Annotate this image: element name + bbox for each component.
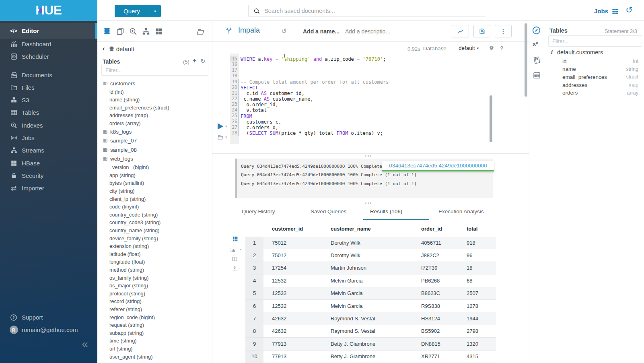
table-row[interactable]: 612532Melvin GarciaR9S8381278	[245, 300, 496, 312]
hue-logo[interactable]: HUE	[0, 0, 97, 21]
query-id-tooltip[interactable]: 034d413ec7474ed5:4249de1000000000	[382, 161, 494, 171]
column-item[interactable]: referer (string)	[97, 305, 212, 314]
undo-icon[interactable]: ↺	[281, 27, 287, 35]
column-item[interactable]: os_major (string)	[97, 282, 212, 290]
documents-source-icon[interactable]	[116, 27, 125, 36]
column-item[interactable]: country_name (string)	[97, 227, 212, 235]
search-input[interactable]	[264, 8, 485, 14]
column-item[interactable]: latitude (float)	[97, 250, 212, 258]
table-row[interactable]: 742632Raymond S. VestalHS31241944	[245, 312, 496, 325]
table-item[interactable]: sample_07	[97, 136, 212, 145]
column-item[interactable]: time (string)	[97, 337, 212, 345]
sidebar-item-streams[interactable]: Streams	[0, 144, 97, 157]
add-table-icon[interactable]: +	[193, 57, 196, 64]
table-row[interactable]: 412532Melvin GarciaPB626868	[245, 274, 496, 287]
column-item[interactable]: user_agent (string)	[97, 353, 212, 361]
sidebar-collapse-button[interactable]: «	[78, 338, 92, 353]
sidebar-item-s3[interactable]: S3	[0, 94, 97, 106]
grid-view-icon[interactable]	[232, 236, 238, 242]
history-icon[interactable]: ↺	[624, 5, 634, 16]
column-item[interactable]: city (string)	[97, 187, 212, 195]
sidebar-item-tables[interactable]: Tables	[0, 106, 97, 119]
column-item[interactable]: client_ip (string)	[97, 195, 212, 203]
sidebar-item-dashboard[interactable]: Dashboard	[0, 38, 97, 50]
column-item[interactable]: protocol (string)	[97, 290, 212, 298]
column-item[interactable]: subapp (string)	[97, 329, 212, 337]
assist-db-breadcrumb[interactable]: ‹ default	[103, 44, 134, 54]
table-row[interactable]: 512532Melvin GarciaB8623C2507	[245, 287, 496, 300]
active-table-row[interactable]: i default.customers	[551, 48, 603, 56]
right-panel-filter-input[interactable]	[552, 38, 633, 44]
table-item[interactable]: k8s_logs	[97, 127, 212, 136]
sidebar-item-support[interactable]: ?Support	[0, 311, 97, 324]
snippet-name-placeholder[interactable]: Add a name...	[303, 28, 339, 35]
refresh-icon[interactable]: ↻	[200, 58, 206, 65]
column-item[interactable]: method (string)	[97, 266, 212, 274]
right-column-item[interactable]: ordersarray	[562, 89, 641, 97]
right-column-item[interactable]: idint	[562, 57, 641, 65]
assist-filter-input[interactable]	[105, 67, 198, 73]
execute-options-caret[interactable]: ▾	[225, 124, 227, 128]
right-column-item[interactable]: email_preferencesstruct	[562, 73, 641, 81]
column-item[interactable]: region_code (bigint)	[97, 313, 212, 321]
sidebar-item-scheduler[interactable]: Scheduler	[0, 50, 97, 63]
format-book-icon[interactable]	[217, 134, 224, 140]
tab-saved-queries[interactable]: Saved Queries	[311, 207, 346, 215]
column-item[interactable]: _version_ (bigint)	[97, 163, 212, 171]
panel-scrollbar[interactable]	[525, 23, 527, 97]
language-reference-icon[interactable]	[533, 56, 541, 64]
table-item[interactable]: web_logs	[97, 155, 212, 163]
help-question-icon[interactable]: ?	[500, 45, 504, 52]
tab-execution-analysis[interactable]: Execution Analysis	[438, 207, 484, 215]
search-source-icon[interactable]	[129, 27, 138, 36]
save-button[interactable]	[473, 25, 490, 37]
sidebar-item-files[interactable]: Files	[0, 81, 97, 94]
column-header[interactable]: order_id	[421, 223, 442, 235]
column-item[interactable]: country_code (string)	[97, 211, 212, 219]
tab-results-[interactable]: Results (106)	[370, 207, 402, 215]
table-row[interactable]: 275012Dorothy WilkJ882C296	[245, 249, 496, 262]
sidebar-item-user[interactable]: Rromain@gethue.com	[0, 324, 97, 336]
hbase-source-icon[interactable]	[154, 27, 163, 36]
more-actions-button[interactable]: ⋮	[495, 25, 512, 37]
snippet-engine[interactable]: Impala	[238, 26, 260, 35]
chart-button[interactable]	[452, 25, 469, 37]
table-row[interactable]: 1077913Betty J. GiambroneXR27714315	[245, 351, 496, 363]
sidebar-item-editor[interactable]: </>Editor	[0, 23, 97, 39]
column-item[interactable]: bytes (smallint)	[97, 179, 212, 187]
sidebar-item-hbase[interactable]: HBase	[0, 157, 97, 169]
tab-query-history[interactable]: Query History	[242, 207, 275, 215]
right-column-item[interactable]: namestring	[562, 65, 641, 73]
column-item[interactable]: email_preferences (struct)	[97, 104, 212, 112]
table-row[interactable]: 175012Dorothy Wilk4056711918	[245, 237, 496, 249]
resize-handle[interactable]	[365, 202, 371, 204]
sidebar-item-documents[interactable]: Documents	[0, 69, 97, 81]
streams-source-icon[interactable]	[142, 27, 150, 36]
columns-view-icon[interactable]	[232, 256, 238, 262]
table-row[interactable]: 977913Betty J. GiambroneDN88151320	[245, 338, 496, 350]
execute-play-button[interactable]	[218, 123, 223, 130]
database-selector[interactable]: default ▾	[459, 45, 479, 51]
column-item[interactable]: country_code3 (string)	[97, 219, 212, 227]
new-query-button[interactable]: Query▾	[115, 5, 161, 17]
column-header[interactable]: total	[467, 223, 477, 235]
databases-source-icon[interactable]	[103, 27, 111, 36]
column-item[interactable]: request (string)	[97, 321, 212, 329]
snippet-description-placeholder[interactable]: Add a descriptio...	[345, 28, 390, 35]
column-header[interactable]: customer_name	[331, 223, 371, 235]
jobs-link[interactable]: Jobs	[594, 5, 619, 16]
back-chevron-icon[interactable]: ‹	[103, 45, 105, 53]
query-dropdown-caret[interactable]: ▾	[149, 9, 161, 13]
table-item[interactable]: sample_08	[97, 145, 212, 154]
functions-icon[interactable]: x²	[533, 40, 538, 47]
schedule-icon[interactable]	[533, 71, 541, 79]
column-item[interactable]: addresses (map)	[97, 111, 212, 120]
resize-handle[interactable]	[365, 155, 371, 157]
column-item[interactable]: id (int)	[97, 88, 212, 96]
sidebar-item-importer[interactable]: ⇄Importer	[0, 182, 97, 194]
sidebar-item-indexes[interactable]: Indexes	[0, 119, 97, 132]
column-item[interactable]: name (string)	[97, 96, 212, 104]
editor-scrollbar[interactable]	[490, 95, 492, 142]
table-item[interactable]: customers	[97, 79, 212, 88]
download-icon[interactable]	[232, 265, 238, 271]
